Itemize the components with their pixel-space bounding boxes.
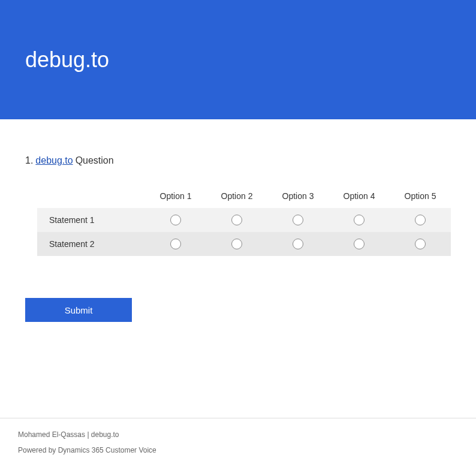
footer-powered-by: Powered by Dynamics 365 Customer Voice [18, 446, 458, 454]
matrix-row: Statement 1 [37, 208, 451, 232]
radio-cell [390, 215, 451, 225]
radio-input[interactable] [170, 239, 181, 249]
radio-cell [145, 215, 206, 225]
radio-input[interactable] [415, 239, 426, 249]
radio-cell [329, 215, 390, 225]
radio-cell [267, 215, 329, 225]
statement-label: Statement 1 [37, 215, 145, 225]
footer-link[interactable]: Dynamics 365 Customer Voice [58, 446, 156, 454]
form-content: 1. debug.to Question Option 1 Option 2 O… [0, 119, 476, 346]
radio-cell [390, 239, 451, 249]
option-header: Option 3 [267, 191, 329, 201]
likert-matrix: Option 1 Option 2 Option 3 Option 4 Opti… [37, 184, 451, 256]
submit-button[interactable]: Submit [25, 298, 132, 322]
question-number: 1. [25, 155, 33, 166]
radio-input[interactable] [231, 239, 242, 249]
radio-input[interactable] [293, 215, 303, 225]
radio-input[interactable] [354, 239, 364, 249]
radio-cell [329, 239, 390, 249]
radio-cell [206, 239, 267, 249]
question-header: 1. debug.to Question [25, 155, 451, 166]
footer-prefix: Powered by [18, 446, 58, 454]
form-title: debug.to [25, 47, 109, 73]
radio-cell [145, 239, 206, 249]
radio-cell [267, 239, 329, 249]
submit-section: Submit [25, 298, 451, 322]
radio-input[interactable] [354, 215, 364, 225]
form-footer: Mohamed El-Qassas | debug.to Powered by … [0, 418, 476, 455]
option-header: Option 1 [145, 191, 206, 201]
option-header: Option 5 [390, 191, 451, 201]
option-header: Option 4 [329, 191, 390, 201]
option-header: Option 2 [206, 191, 267, 201]
question-link[interactable]: debug.to [35, 155, 73, 166]
matrix-header-row: Option 1 Option 2 Option 3 Option 4 Opti… [37, 184, 451, 208]
matrix-row: Statement 2 [37, 232, 451, 256]
radio-input[interactable] [415, 215, 426, 225]
radio-input[interactable] [293, 239, 303, 249]
radio-cell [206, 215, 267, 225]
question-text: Question [76, 155, 114, 166]
radio-input[interactable] [170, 215, 181, 225]
radio-input[interactable] [231, 215, 242, 225]
footer-author: Mohamed El-Qassas | debug.to [18, 430, 458, 439]
statement-label: Statement 2 [37, 239, 145, 249]
form-header: debug.to [0, 0, 476, 119]
